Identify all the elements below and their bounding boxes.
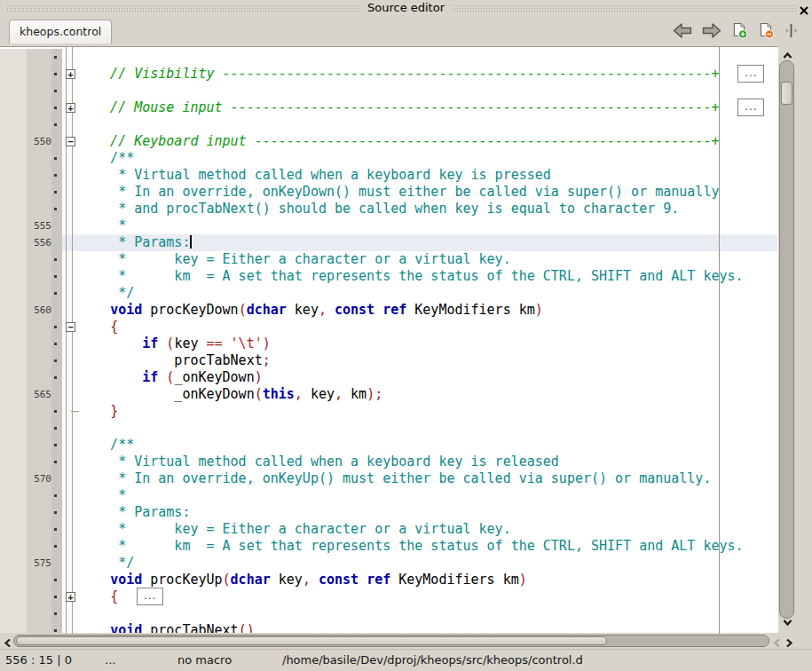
code-text[interactable] bbox=[78, 605, 777, 622]
fold-margin bbox=[62, 538, 78, 555]
code-text[interactable]: * In an override, onKeyUp() must either … bbox=[78, 470, 777, 487]
code-text[interactable]: // Mouse input -------------------------… bbox=[78, 99, 777, 116]
go-forward-button[interactable] bbox=[702, 23, 721, 42]
close-icon[interactable] bbox=[799, 3, 809, 13]
vertical-scrollbar[interactable] bbox=[778, 46, 796, 633]
dock-header[interactable]: Source editor bbox=[0, 0, 812, 17]
code-token: dchar bbox=[247, 302, 287, 318]
fold-expand-toggle[interactable]: + bbox=[66, 592, 75, 602]
code-text[interactable]: * In an override, onKeyDown() must eithe… bbox=[78, 184, 777, 201]
code-token: ( bbox=[223, 572, 231, 588]
gutter-mark-strip bbox=[51, 470, 62, 487]
line-number bbox=[27, 66, 51, 83]
code-token: /** bbox=[78, 150, 134, 166]
code-text[interactable]: * and procTabNext() should be called whe… bbox=[78, 201, 777, 217]
line-dot bbox=[54, 579, 57, 581]
code-text[interactable]: * bbox=[78, 487, 777, 504]
code-text[interactable]: */ bbox=[78, 555, 777, 572]
horizontal-scroll-thumb[interactable] bbox=[16, 636, 607, 645]
code-text[interactable]: * Virtual method called when a keyboard … bbox=[78, 454, 777, 470]
code-text[interactable]: if (_onKeyDown) bbox=[78, 369, 777, 386]
detach-splitter-button[interactable] bbox=[784, 23, 798, 42]
close-document-button[interactable] bbox=[758, 22, 775, 43]
go-back-button[interactable] bbox=[673, 23, 692, 42]
code-token: ( bbox=[239, 302, 247, 318]
fold-collapsed-hint[interactable]: ... bbox=[737, 65, 764, 83]
editor-toolbar bbox=[673, 22, 798, 43]
code-line: * key = Either a character or a virtual … bbox=[0, 521, 777, 538]
code-token bbox=[327, 302, 335, 318]
scrollbar-corner bbox=[796, 46, 812, 649]
code-text[interactable]: */ bbox=[78, 285, 777, 302]
fold-collapse-toggle[interactable]: − bbox=[66, 137, 75, 146]
code-text[interactable]: * Virtual method called when a keyboard … bbox=[78, 167, 777, 184]
code-text[interactable]: // Keyboard input ----------------------… bbox=[78, 133, 777, 150]
code-text[interactable]: * key = Either a character or a virtual … bbox=[78, 521, 777, 538]
code-line: * key = Either a character or a virtual … bbox=[0, 251, 777, 268]
code-line: + {... bbox=[0, 588, 777, 605]
fold-collapsed-hint[interactable]: ... bbox=[737, 99, 764, 116]
macro-status: no macro bbox=[177, 650, 232, 671]
code-text[interactable]: _onKeyDown(this, key, km); bbox=[78, 386, 777, 403]
line-number bbox=[27, 99, 51, 116]
code-text[interactable]: * km = A set that represents the status … bbox=[78, 268, 777, 285]
vertical-scroll-thumb[interactable] bbox=[781, 82, 792, 105]
horizontal-scroll-track[interactable] bbox=[13, 635, 769, 647]
code-text[interactable]: // Visibility --------------------------… bbox=[78, 66, 777, 83]
tab-kheops-control[interactable]: kheops.control bbox=[9, 20, 112, 43]
code-text[interactable]: if (key == '\t') bbox=[78, 336, 777, 352]
line-dot bbox=[54, 376, 57, 379]
code-token: * bbox=[78, 487, 126, 503]
fold-collapse-toggle[interactable]: − bbox=[66, 322, 75, 332]
code-line bbox=[0, 605, 777, 622]
fold-collapsed-hint[interactable]: ... bbox=[137, 588, 163, 605]
code-text[interactable]: * bbox=[78, 217, 777, 234]
code-text[interactable]: } bbox=[78, 403, 777, 420]
code-token: ref bbox=[367, 572, 390, 588]
code-token: const bbox=[319, 572, 359, 588]
line-dot bbox=[54, 528, 57, 531]
fold-margin bbox=[62, 437, 78, 454]
line-dot bbox=[54, 157, 57, 160]
line-number bbox=[27, 268, 51, 285]
fold-margin bbox=[62, 184, 78, 201]
fold-expand-toggle[interactable]: + bbox=[66, 103, 75, 113]
code-token: ref bbox=[382, 302, 406, 318]
line-number bbox=[27, 521, 51, 538]
fold-margin bbox=[62, 555, 78, 572]
code-text[interactable]: void procKeyDown(dchar key, const ref Ke… bbox=[78, 302, 777, 319]
code-text[interactable]: * km = A set that represents the status … bbox=[78, 538, 777, 555]
code-text[interactable]: void procKeyUp(dchar key, const ref KeyM… bbox=[78, 572, 777, 588]
line-number bbox=[27, 116, 51, 133]
code-text[interactable] bbox=[78, 420, 777, 437]
code-token: ) bbox=[263, 336, 271, 351]
code-text[interactable]: { bbox=[78, 319, 777, 336]
horizontal-scrollbar[interactable] bbox=[0, 633, 796, 649]
fold-expand-toggle[interactable]: + bbox=[66, 69, 75, 79]
code-text[interactable] bbox=[78, 49, 777, 66]
code-text[interactable]: * key = Either a character or a virtual … bbox=[78, 251, 777, 268]
code-text[interactable]: * Params: bbox=[78, 234, 777, 251]
line-number bbox=[27, 572, 51, 588]
code-text[interactable]: /** bbox=[78, 150, 777, 167]
code-token: dchar bbox=[231, 572, 271, 588]
code-editor[interactable]: + // Visibility ------------------------… bbox=[0, 46, 796, 634]
gutter-strip bbox=[0, 470, 27, 487]
fold-margin bbox=[62, 386, 78, 403]
vertical-scroll-track[interactable] bbox=[779, 60, 794, 619]
status-pending: ... bbox=[105, 650, 115, 671]
code-text[interactable] bbox=[78, 83, 777, 99]
code-text[interactable]: /** bbox=[78, 437, 777, 454]
code-text[interactable] bbox=[78, 116, 777, 133]
code-text[interactable]: procTabNext; bbox=[78, 352, 777, 369]
code-token bbox=[311, 572, 319, 588]
code-line: if (key == '\t') bbox=[0, 336, 777, 352]
code-text[interactable]: * Params: bbox=[78, 504, 777, 521]
code-text[interactable]: {... bbox=[78, 588, 777, 605]
line-number bbox=[27, 83, 51, 99]
fold-margin bbox=[62, 49, 78, 66]
new-document-button[interactable] bbox=[731, 22, 748, 43]
scroll-down-icon[interactable] bbox=[782, 614, 793, 631]
gutter-mark-strip bbox=[51, 369, 62, 386]
gutter-mark-strip bbox=[51, 521, 62, 538]
